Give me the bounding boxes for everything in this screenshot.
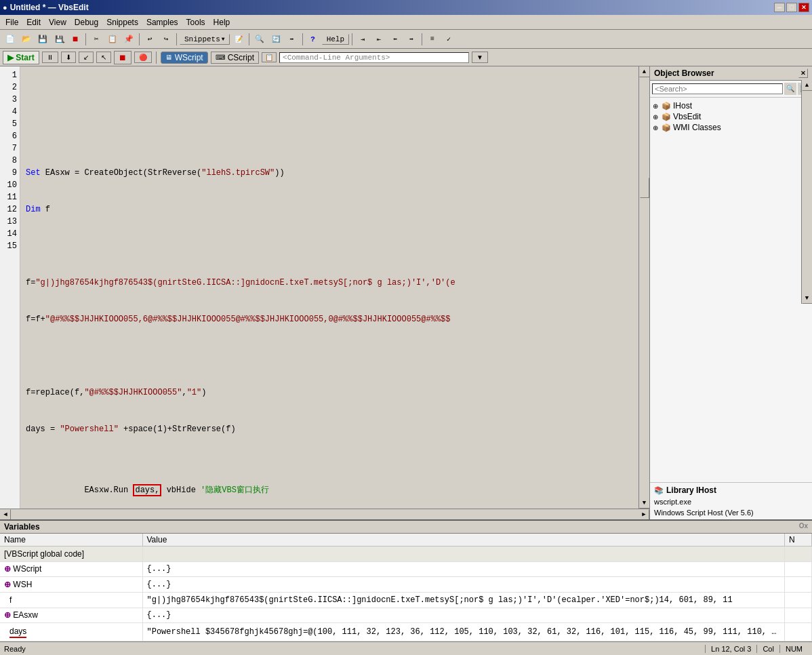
scroll-up[interactable]: ▲ xyxy=(639,66,650,77)
scroll-down[interactable]: ▼ xyxy=(639,498,650,509)
var-val-days: "Powershell $345678fghjk45678ghj=@(100, … xyxy=(142,623,785,641)
hscroll-right[interactable]: ▶ xyxy=(638,509,649,520)
code-line-11: EAsxw.Run days, vbHide '隐藏VBS窗口执行 xyxy=(26,460,633,472)
step-out-button[interactable]: ↖ xyxy=(96,52,111,63)
code-line-3: Set EAsxw = CreateObject(StrReverse("lle… xyxy=(26,167,633,179)
stop-button[interactable]: ■ xyxy=(68,32,83,47)
indent-btn4[interactable]: ➡ xyxy=(404,32,419,47)
ob-library-section: 📚 Library IHost wscript.exe Windows Scri… xyxy=(650,482,812,519)
menu-help[interactable]: Help xyxy=(209,16,235,28)
var-row-wscript[interactable]: ⊕ WScript {...} xyxy=(0,561,812,577)
snippets-button[interactable]: Snippets ▼ xyxy=(180,34,230,45)
check-btn[interactable]: ✓ xyxy=(441,32,456,47)
scroll-thumb[interactable] xyxy=(640,178,649,198)
new-button[interactable]: 📄 xyxy=(3,32,18,47)
line-num: 4 xyxy=(3,106,17,118)
menu-debug[interactable]: Debug xyxy=(70,16,102,28)
step-into-button[interactable]: ↙ xyxy=(79,52,94,63)
var-val-wsh: {...} xyxy=(142,577,785,593)
replace-button[interactable]: 🔄 xyxy=(268,32,283,47)
main-wrapper: 1 2 3 4 5 6 7 8 9 10 11 12 13 14 15 xyxy=(0,66,812,655)
var-row-f[interactable]: f "g|)jhg87654kjhgf876543$(gnirtSteG.IIC… xyxy=(0,592,812,608)
snippets-icon-button[interactable]: 📝 xyxy=(231,32,246,47)
ob-search-button[interactable]: 🔍 xyxy=(784,83,796,95)
undo-button[interactable]: ↩ xyxy=(142,32,157,47)
stop-run-button[interactable]: ⏹ xyxy=(114,51,131,64)
ob-lib-file: wscript.exe xyxy=(654,498,808,506)
breakpt-button[interactable]: 🔴 xyxy=(134,52,152,63)
var-val-easxw: {...} xyxy=(142,608,785,623)
menu-edit[interactable]: Edit xyxy=(22,16,45,28)
var-val-wscript: {...} xyxy=(142,561,785,577)
statusbar-right: Ln 12, Col 3 Col NUM xyxy=(705,645,808,653)
step-button[interactable]: ⬇ xyxy=(61,52,76,63)
ob-item-label-vbsedit: VbsEdit xyxy=(673,112,701,121)
help-icon-button[interactable]: ? xyxy=(306,32,321,47)
toolbar1: 📄 📂 💾 💾+ ■ ✂ 📋 📌 ↩ ↪ Snippets ▼ 📝 🔍 🔄 ➡ … xyxy=(0,30,812,49)
code-line-1 xyxy=(26,94,633,106)
saveas-button[interactable]: 💾+ xyxy=(52,32,66,47)
close-button[interactable]: ✕ xyxy=(798,3,809,12)
ob-tree-item-ihost[interactable]: ⊕ 📦 IHost xyxy=(653,100,809,111)
var-extra-easxw xyxy=(785,608,812,623)
var-row-days[interactable]: days "Powershell $345678fghjk45678ghj=@(… xyxy=(0,623,812,641)
var-row-global[interactable]: [VBScript global code] xyxy=(0,547,812,562)
line-num: 8 xyxy=(3,155,17,167)
ob-tree: ⊕ 📦 IHost ⊕ 📦 VbsEdit ⊕ 📦 WMI Classes xyxy=(650,98,812,478)
start-button[interactable]: ▶ Start xyxy=(3,51,39,64)
open-button[interactable]: 📂 xyxy=(19,32,34,47)
redo-button[interactable]: ↪ xyxy=(159,32,174,47)
indent-btn3[interactable]: ⬅ xyxy=(388,32,403,47)
hscroll-left[interactable]: ◀ xyxy=(0,509,11,520)
ob-vscrollbar[interactable]: ▲ ▼ xyxy=(801,80,812,304)
indent-btn2[interactable]: ⇤ xyxy=(371,32,386,47)
pause-button[interactable]: ⏸ xyxy=(42,52,58,63)
menu-snippets[interactable]: Snippets xyxy=(102,16,142,28)
sep6 xyxy=(352,33,352,45)
app-icon: ● xyxy=(3,3,7,12)
find-button[interactable]: 🔍 xyxy=(252,32,267,47)
menu-view[interactable]: View xyxy=(45,16,70,28)
help-label: Help xyxy=(327,35,344,43)
args-dropdown[interactable]: ▼ xyxy=(472,52,488,63)
line-num: 15 xyxy=(3,240,17,252)
ob-title: Object Browser ✕ xyxy=(650,66,812,81)
help-button[interactable]: Help xyxy=(322,34,349,45)
titlebar-controls: ─ □ ✕ xyxy=(774,3,809,12)
var-extra-f xyxy=(785,592,812,608)
menu-samples[interactable]: Samples xyxy=(142,16,182,28)
tree-expand-icon: ⊕ xyxy=(653,102,659,110)
menu-tools[interactable]: Tools xyxy=(182,16,209,28)
wscript-button[interactable]: 🖥 WScript xyxy=(161,52,208,64)
paste-button[interactable]: 📌 xyxy=(121,32,136,47)
col-name: Name xyxy=(0,534,142,547)
restore-button[interactable]: □ xyxy=(786,3,797,12)
code-editor[interactable]: Set EAsxw = CreateObject(StrReverse("lle… xyxy=(20,66,638,509)
copy-button[interactable]: 📋 xyxy=(105,32,120,47)
var-extra-wsh xyxy=(785,577,812,593)
line-num: 5 xyxy=(3,118,17,130)
var-row-easxw[interactable]: ⊕ EAsxw {...} xyxy=(0,608,812,623)
var-extra-wscript xyxy=(785,561,812,577)
wscript-label: WScript xyxy=(175,53,203,62)
ob-search-input[interactable] xyxy=(652,83,783,94)
args-input[interactable] xyxy=(279,52,469,63)
args-button[interactable]: 📋 xyxy=(262,52,277,62)
var-name-global: [VBScript global code] xyxy=(0,547,142,562)
cut-button[interactable]: ✂ xyxy=(89,32,104,47)
ob-close[interactable]: ✕ xyxy=(798,68,808,78)
findnext-button[interactable]: ➡ xyxy=(285,32,300,47)
ob-tree-item-wmi[interactable]: ⊕ 📦 WMI Classes xyxy=(653,122,809,133)
indent-btn1[interactable]: ⇥ xyxy=(355,32,370,47)
var-row-wsh[interactable]: ⊕ WSH {...} xyxy=(0,577,812,593)
save-button[interactable]: 💾 xyxy=(35,32,50,47)
menu-file[interactable]: File xyxy=(1,16,22,28)
editor-vscrollbar[interactable]: ▲ ▼ xyxy=(638,66,649,509)
ob-scroll-down[interactable]: ▼ xyxy=(802,293,813,304)
cscript-button[interactable]: ⌨ CScript xyxy=(211,52,259,64)
list-btn[interactable]: ≡ xyxy=(425,32,440,47)
ob-tree-item-vbsedit[interactable]: ⊕ 📦 VbsEdit xyxy=(653,111,809,122)
editor-hscrollbar[interactable]: ◀ ▶ xyxy=(0,509,649,519)
ob-scroll-up[interactable]: ▲ xyxy=(802,80,813,91)
minimize-button[interactable]: ─ xyxy=(774,3,785,12)
